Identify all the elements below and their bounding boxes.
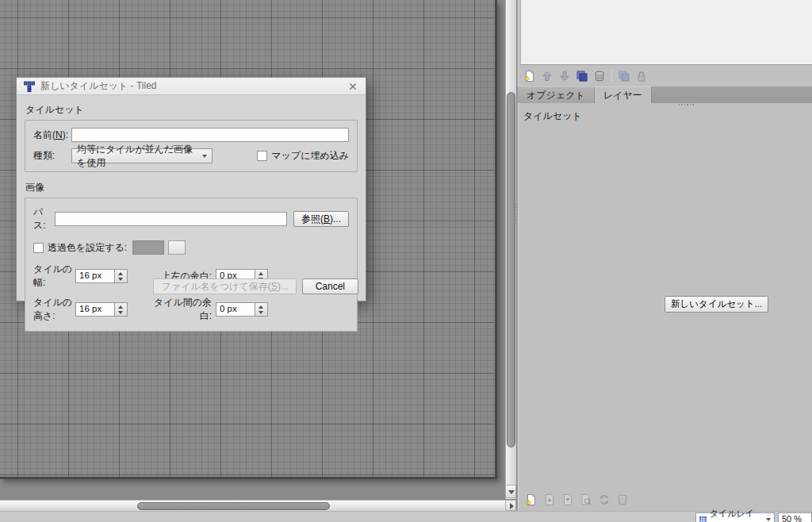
spacing-value[interactable]: 0 px (216, 302, 255, 317)
embed-in-map-checkbox[interactable] (257, 151, 267, 161)
arrow-down-icon (508, 490, 515, 494)
map-horizontal-scrollbar-thumb[interactable] (137, 502, 330, 510)
image-group-title: 画像 (25, 181, 358, 194)
cancel-button[interactable]: Cancel (302, 278, 358, 294)
tab-layers[interactable]: レイヤー (595, 86, 652, 103)
tile-width-spinner[interactable]: 16 px (75, 269, 128, 283)
tileset-toolbar (518, 490, 812, 509)
map-horizontal-scrollbar[interactable] (0, 500, 505, 511)
tile-width-value[interactable]: 16 px (75, 269, 115, 283)
status-bar (0, 511, 812, 522)
lower-layer-icon[interactable] (558, 70, 571, 83)
new-tileset-dialog: 新しいタイルセット - Tiled タイルセット 名前(N): 種類: 均等にタ… (16, 77, 366, 301)
spacing-label: タイル間の余白: (145, 296, 212, 323)
import-tileset-icon[interactable] (543, 493, 556, 506)
path-input[interactable] (55, 212, 287, 226)
export-tileset-icon[interactable] (561, 493, 574, 506)
tileset-group-box: 名前(N): 種類: 均等にタイルが並んだ画像を使用 マップに埋め込み (25, 120, 358, 172)
current-layer-combo[interactable]: タイルレイヤー1 (695, 512, 775, 522)
raise-layer-icon[interactable] (541, 70, 553, 83)
tiled-logo-icon (24, 81, 35, 92)
close-icon[interactable] (347, 81, 358, 92)
scroll-down-button[interactable] (505, 485, 516, 498)
transparent-color-checkbox-group[interactable]: 透過色を設定する: (33, 241, 127, 255)
right-dock-panel: オブジェクト レイヤー タイルセット 新しいタイルセット... (517, 0, 812, 511)
edit-tileset-icon[interactable] (580, 493, 592, 506)
spin-up-icon[interactable] (115, 270, 127, 276)
tileset-type-value: 均等にタイルが並んだ画像を使用 (77, 143, 199, 170)
color-swatch-button[interactable] (132, 240, 164, 255)
new-layer-icon[interactable] (523, 70, 536, 83)
tileset-group-title: タイルセット (25, 103, 358, 117)
image-group-box: パス: 参照(B)... 透過色を設定する: タイルの幅: 16 px 上左の余… (25, 198, 358, 332)
tile-grid-icon (699, 516, 707, 522)
dialog-title-bar[interactable]: 新しいタイルセット - Tiled (17, 78, 366, 95)
dialog-title: 新しいタイルセット - Tiled (40, 79, 342, 93)
lock-layer-icon[interactable] (635, 70, 648, 83)
map-vertical-scrollbar[interactable] (505, 0, 516, 499)
transparent-color-checkbox[interactable] (33, 243, 44, 253)
transparent-color-label: 透過色を設定する: (48, 241, 127, 255)
remove-layer-icon[interactable] (593, 70, 606, 83)
spin-down-icon[interactable] (255, 309, 267, 316)
zoom-level-field[interactable]: 50 % (778, 512, 812, 522)
embed-in-map-label: マップに埋め込み (271, 149, 349, 163)
remove-tileset-icon[interactable] (616, 493, 629, 506)
path-label: パス: (33, 205, 55, 232)
chevron-down-icon (202, 155, 207, 158)
scroll-right-button[interactable] (505, 500, 516, 511)
reload-tileset-icon[interactable] (598, 493, 611, 506)
spin-up-icon[interactable] (255, 270, 267, 276)
panel-splitter-handle[interactable] (515, 204, 517, 226)
type-label: 種類: (33, 149, 71, 163)
spinner-arrows[interactable] (115, 269, 128, 283)
arrow-right-icon (510, 503, 514, 509)
map-vertical-scrollbar-thumb[interactable] (507, 92, 515, 447)
spin-up-icon[interactable] (115, 303, 127, 309)
name-input[interactable] (71, 128, 349, 142)
toolbar-separator (611, 71, 612, 83)
spacing-spinner[interactable]: 0 px (216, 302, 268, 317)
spin-down-icon[interactable] (115, 309, 127, 316)
new-tileset-button[interactable]: 新しいタイルセット... (665, 296, 768, 313)
dialog-body: タイルセット 名前(N): 種類: 均等にタイルが並んだ画像を使用 マップに埋め… (17, 95, 366, 301)
dock-tab-bar: オブジェクト レイヤー (518, 86, 812, 103)
layer-toolbar (518, 67, 812, 86)
name-label: 名前(N): (33, 129, 71, 142)
embed-in-map-checkbox-group[interactable]: マップに埋め込み (257, 149, 349, 163)
save-as-button[interactable]: ファイル名をつけて保存(S)... (153, 278, 296, 294)
tile-width-label: タイルの幅: (33, 263, 75, 290)
current-layer-label: タイルレイヤー1 (710, 508, 763, 522)
browse-button[interactable]: 参照(B)... (293, 211, 349, 227)
spin-down-icon[interactable] (115, 276, 127, 282)
spinner-arrows[interactable] (115, 302, 128, 317)
spinner-arrows[interactable] (255, 302, 268, 317)
layers-list[interactable] (520, 0, 812, 65)
tile-height-label: タイルの高さ: (33, 296, 75, 323)
tile-height-spinner[interactable]: 16 px (75, 302, 128, 317)
tileset-dock-title: タイルセット (523, 109, 582, 123)
highlight-current-layer-icon[interactable] (618, 70, 630, 83)
new-tileset-icon[interactable] (525, 493, 538, 506)
duplicate-layer-icon[interactable] (576, 70, 588, 83)
tile-height-value[interactable]: 16 px (75, 302, 115, 317)
spin-up-icon[interactable] (255, 303, 267, 309)
color-picker-button[interactable] (168, 240, 186, 255)
tileset-type-combo[interactable]: 均等にタイルが並んだ画像を使用 (71, 148, 213, 163)
dock-splitter-handle[interactable] (679, 104, 695, 106)
tab-objects[interactable]: オブジェクト (518, 86, 595, 103)
chevron-down-icon (766, 518, 771, 521)
